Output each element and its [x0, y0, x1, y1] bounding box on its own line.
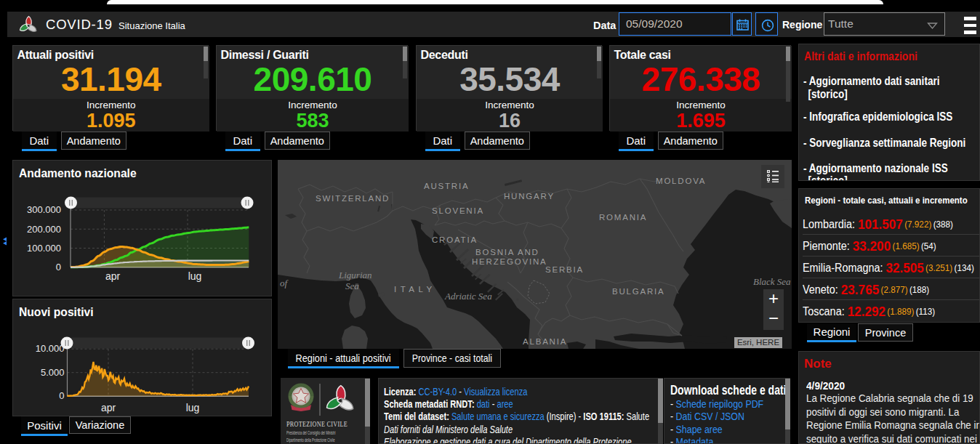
svg-text:apr: apr: [101, 402, 116, 413]
svg-text:SERBIA: SERBIA: [545, 265, 584, 274]
svg-text:BULGARIA: BULGARIA: [612, 287, 665, 296]
svg-text:apr: apr: [105, 270, 121, 282]
svg-text:0: 0: [59, 390, 64, 401]
svg-text:HERZEGOVINA: HERZEGOVINA: [472, 257, 547, 266]
svg-text:100.000: 100.000: [27, 243, 61, 254]
svg-text:0: 0: [56, 262, 61, 273]
svg-text:MOLDOVA: MOLDOVA: [656, 177, 706, 185]
svg-text:lug: lug: [188, 270, 202, 282]
svg-text:ALBANIA: ALBANIA: [523, 337, 567, 346]
svg-text:lug: lug: [186, 402, 200, 413]
svg-text:Ligurian: Ligurian: [338, 270, 372, 280]
svg-text:Sea: Sea: [345, 280, 359, 291]
svg-text:5.000: 5.000: [41, 367, 65, 378]
svg-text:10.000: 10.000: [36, 343, 65, 354]
svg-text:CROATIA: CROATIA: [432, 235, 478, 244]
svg-text:SLOVENIA: SLOVENIA: [432, 206, 484, 215]
svg-text:HUNGARY: HUNGARY: [504, 192, 555, 201]
svg-text:ROMANIA: ROMANIA: [599, 213, 647, 222]
svg-text:SWITZERLAND: SWITZERLAND: [316, 194, 390, 203]
svg-text:AUSTRIA: AUSTRIA: [424, 182, 469, 190]
svg-text:Adriatic Sea: Adriatic Sea: [444, 291, 492, 302]
svg-text:200.000: 200.000: [27, 224, 61, 235]
svg-text:BOSNIA AND: BOSNIA AND: [475, 248, 539, 257]
svg-text:Black Sea: Black Sea: [753, 276, 791, 287]
svg-text:300.000: 300.000: [27, 204, 61, 215]
svg-text:ITALY: ITALY: [394, 285, 436, 294]
